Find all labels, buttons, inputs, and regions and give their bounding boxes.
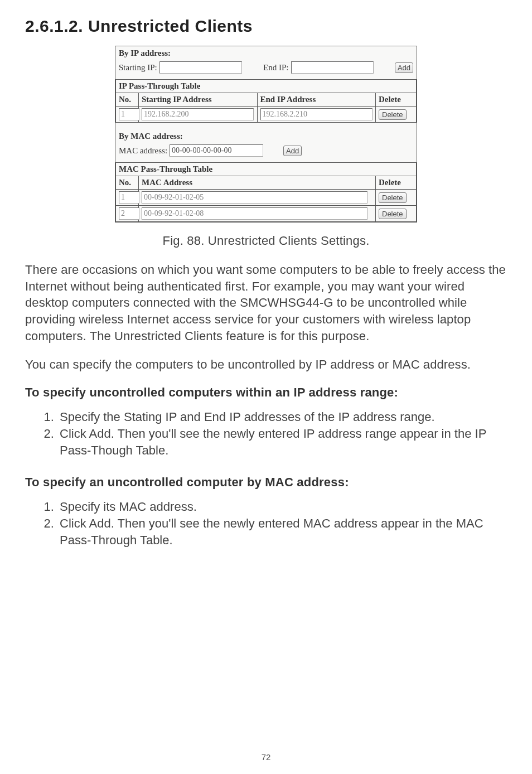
figure-caption: Fig. 88. Unrestricted Clients Settings. — [25, 234, 507, 248]
mac-row-addr — [142, 191, 367, 204]
mac-row-addr — [142, 207, 367, 220]
end-ip-label: End IP: — [263, 63, 288, 72]
list-item: Click Add. Then you'll see the newly ent… — [57, 515, 507, 548]
config-panel: By IP address: Starting IP: End IP: Add … — [115, 46, 417, 222]
mac-row-no — [119, 207, 139, 220]
ip-col-delete: Delete — [376, 93, 417, 107]
ip-col-no: No. — [116, 93, 139, 107]
add-mac-button[interactable]: Add — [283, 146, 302, 156]
ip-row-no — [119, 108, 139, 120]
by-mac-header: By MAC address: — [115, 129, 417, 142]
ordered-list: Specify the Stating IP and End IP addres… — [25, 409, 507, 458]
by-ip-header: By IP address: — [115, 46, 417, 59]
table-row: Delete — [116, 206, 417, 222]
mac-input-row: MAC address: Add — [115, 142, 417, 162]
mac-row-no — [119, 191, 139, 204]
list-item: Click Add. Then you'll see the newly ent… — [57, 425, 507, 458]
table-row: Delete — [116, 190, 417, 206]
mac-pass-through-table: MAC Pass-Through Table No. MAC Address D… — [115, 162, 417, 222]
ordered-list: Specify its MAC address. Click Add. Then… — [25, 499, 507, 548]
page-number: 72 — [0, 752, 532, 762]
delete-mac-button[interactable]: Delete — [379, 209, 407, 219]
starting-ip-input[interactable] — [159, 61, 242, 74]
mac-col-delete: Delete — [376, 176, 417, 190]
ip-pass-through-table: IP Pass-Through Table No. Starting IP Ad… — [115, 79, 417, 123]
add-ip-button[interactable]: Add — [395, 62, 413, 73]
mac-col-addr: MAC Address — [139, 176, 376, 190]
end-ip-input[interactable] — [291, 61, 374, 74]
table-row: Delete — [116, 107, 417, 123]
ip-row-end — [260, 108, 373, 120]
mac-address-input[interactable] — [170, 144, 263, 157]
ip-col-start: Starting IP Address — [139, 93, 258, 107]
ip-input-row: Starting IP: End IP: Add — [115, 59, 417, 79]
ip-table-title: IP Pass-Through Table — [116, 80, 417, 93]
mac-col-no: No. — [116, 176, 139, 190]
starting-ip-label: Starting IP: — [119, 63, 157, 72]
mac-table-title: MAC Pass-Through Table — [116, 163, 417, 176]
ip-col-end: End IP Address — [257, 93, 376, 107]
paragraph: There are occasions on which you want so… — [25, 262, 507, 344]
ip-row-start — [142, 108, 254, 120]
delete-mac-button[interactable]: Delete — [379, 192, 407, 203]
subheading: To specify an uncontrolled computer by M… — [25, 475, 507, 490]
section-heading: 2.6.1.2. Unrestricted Clients — [25, 17, 507, 36]
delete-ip-button[interactable]: Delete — [379, 109, 407, 120]
subheading: To specify uncontrolled computers within… — [25, 385, 507, 400]
list-item: Specify the Stating IP and End IP addres… — [57, 409, 507, 425]
figure-wrap: By IP address: Starting IP: End IP: Add … — [25, 46, 507, 222]
mac-address-label: MAC address: — [119, 146, 167, 156]
list-item: Specify its MAC address. — [57, 499, 507, 515]
paragraph: You can specify the computers to be unco… — [25, 356, 507, 373]
